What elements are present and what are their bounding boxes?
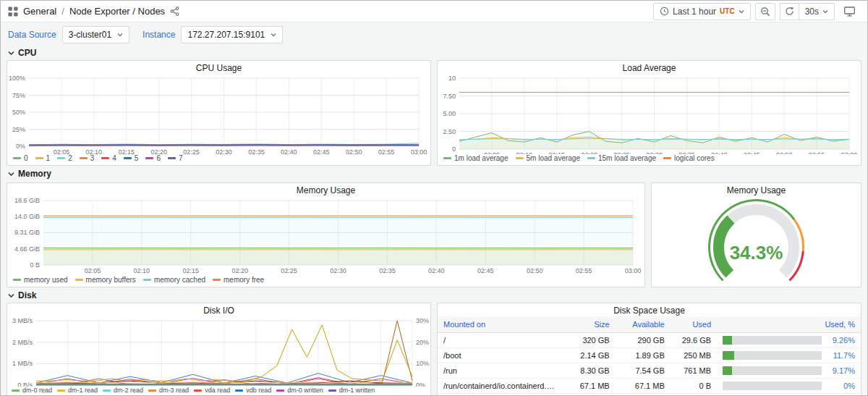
legend-label: dm-0 read [22, 387, 52, 394]
load-average-chart[interactable]: 02:0502:1002:1502:2002:2502:3002:3502:40… [438, 74, 861, 154]
column-header-used[interactable]: Used, % [717, 316, 861, 333]
zoom-out-button[interactable] [755, 3, 775, 20]
column-header-used[interactable]: Used [671, 316, 717, 333]
legend-item-15m-load-average[interactable]: 15m load average [587, 154, 656, 162]
memory-usage-chart[interactable]: 02:0502:1002:1502:2002:2502:3002:3502:40… [7, 196, 644, 276]
legend-item-2[interactable]: 2 [57, 154, 72, 162]
panel-title[interactable]: Memory Usage [652, 183, 861, 196]
memory-usage-gauge[interactable]: 34.3% [652, 196, 861, 287]
legend-item-dm-2-read[interactable]: dm-2 read [103, 387, 143, 394]
section-title: Disk [18, 290, 36, 300]
panel-title[interactable]: Memory Usage [7, 183, 644, 196]
section-header-disk[interactable]: Disk [1, 287, 867, 303]
legend-label: vdb read [246, 387, 271, 394]
legend-color-swatch [12, 389, 20, 392]
usage-bar-track [723, 351, 822, 360]
svg-text:02:45: 02:45 [744, 151, 760, 154]
legend-item-3[interactable]: 3 [80, 154, 95, 162]
legend-item-vdb-read[interactable]: vdb read [235, 387, 271, 394]
breadcrumb-dashboard[interactable]: Node Exporter / Nodes [69, 6, 165, 17]
svg-text:5.00: 5.00 [443, 110, 456, 117]
legend-item-dm-1-written[interactable]: dm-1 written [328, 387, 375, 394]
legend-item-vda-read[interactable]: vda read [194, 387, 230, 394]
cpu-usage-plot[interactable]: 02:0502:1002:1502:2002:2502:3002:3502:40… [7, 74, 430, 154]
panel-load-average: Load Average 02:0502:1002:1502:2002:2502… [437, 60, 861, 166]
breadcrumb-folder[interactable]: General [23, 6, 56, 17]
panel-title[interactable]: Disk I/O [7, 303, 430, 316]
memory-usage-plot[interactable]: 02:0502:1002:1502:2002:2502:3002:3502:40… [7, 196, 644, 275]
legend-color-swatch [168, 157, 176, 159]
legend-item-dm-3-read[interactable]: dm-3 read [148, 387, 189, 394]
datasource-value: 3-cluster01 [69, 30, 111, 40]
panel-title[interactable]: Disk Space Usage [438, 303, 861, 316]
load-average-plot[interactable]: 02:0502:1002:1502:2002:2502:3002:3502:40… [438, 74, 861, 154]
cpu-usage-chart[interactable]: 02:0502:1002:1502:2002:2502:3002:3502:40… [7, 74, 430, 154]
disk-space-table-container[interactable]: Mounted onSizeAvailableUsedUsed, %/320 G… [438, 316, 861, 396]
time-range-picker[interactable]: Last 1 hour UTC [653, 3, 751, 20]
disk-i-o-plot[interactable]: 02:0502:1002:1502:2002:2502:3002:3502:40… [7, 316, 430, 387]
legend-label: 1 [46, 154, 51, 162]
svg-text:02:05: 02:05 [85, 267, 101, 274]
legend-item-dm-0-written[interactable]: dm-0 written [276, 387, 323, 394]
legend-item-dm-0-read[interactable]: dm-0 read [12, 387, 52, 394]
refresh-interval-picker[interactable]: 30s [799, 3, 835, 20]
legend-item-memory-cached[interactable]: memory cached [143, 276, 205, 284]
legend-item-1[interactable]: 1 [35, 154, 51, 162]
mounted-on-cell: /boot [438, 348, 565, 363]
legend-item-logical-cores[interactable]: logical cores [663, 154, 715, 162]
chevron-down-icon [271, 33, 276, 37]
mounted-on-cell: /run/containerd/io.containerd.grpc... [438, 394, 565, 396]
grid-icon[interactable] [8, 7, 18, 17]
svg-text:02:45: 02:45 [313, 148, 330, 154]
share-icon[interactable] [170, 7, 179, 16]
legend-item-dm-1-read[interactable]: dm-1 read [57, 387, 98, 394]
legend-label: memory cached [154, 276, 205, 284]
usage-bar-track [723, 382, 822, 390]
variable-label-instance: Instance [142, 30, 175, 40]
mounted-on-cell: /run/containerd/io.containerd.grpc... [438, 379, 565, 394]
legend-item-6[interactable]: 6 [145, 154, 161, 162]
svg-text:0%: 0% [16, 143, 25, 150]
instance-select[interactable]: 172.27.207.15:9101 [181, 26, 283, 43]
panel-title[interactable]: Load Average [438, 61, 861, 74]
legend-item-0[interactable]: 0 [13, 154, 28, 162]
legend-item-1m-load-average[interactable]: 1m load average [443, 154, 509, 162]
legend-item-4[interactable]: 4 [101, 154, 116, 162]
svg-text:02:55: 02:55 [576, 267, 592, 274]
table-row: /boot2.14 GB1.89 GB250 MB11.7% [438, 348, 861, 363]
section-header-cpu[interactable]: CPU [1, 45, 867, 60]
panel-disk-io: Disk I/O 02:0502:1002:1502:2002:2502:300… [7, 303, 431, 396]
legend-item-5m-load-average[interactable]: 5m load average [516, 154, 581, 162]
legend-label: 15m load average [598, 154, 656, 162]
legend-item-7[interactable]: 7 [168, 154, 183, 162]
legend-color-swatch [57, 157, 65, 159]
column-header-mounted-on[interactable]: Mounted on [438, 316, 565, 333]
section-title: CPU [18, 48, 36, 58]
column-header-size[interactable]: Size [565, 316, 616, 333]
legend-item-5[interactable]: 5 [124, 154, 139, 162]
panel-memory-usage-gauge: Memory Usage 34.3% [651, 182, 861, 287]
svg-text:02:40: 02:40 [281, 148, 297, 154]
section-header-memory[interactable]: Memory [1, 166, 867, 181]
disk-io-chart[interactable]: 02:0502:1002:1502:2002:2502:3002:3502:40… [7, 316, 430, 387]
legend-item-memory-used[interactable]: memory used [13, 276, 68, 284]
used-cell: 761 MB [671, 363, 717, 379]
table-row: /run8.30 GB7.54 GB761 MB9.17% [438, 363, 861, 379]
memory-usage-gauge-plot[interactable]: 34.3% [652, 196, 861, 281]
legend-label: 2 [68, 154, 72, 162]
used-percent-cell: 9.26% [717, 333, 861, 348]
datasource-select[interactable]: 3-cluster01 [62, 26, 129, 43]
svg-text:02:05: 02:05 [54, 148, 70, 154]
column-header-available[interactable]: Available [616, 316, 671, 333]
legend-item-memory-free[interactable]: memory free [213, 276, 264, 284]
refresh-button[interactable] [780, 3, 799, 20]
legend-label: 7 [179, 154, 183, 162]
kiosk-mode-button[interactable] [839, 3, 860, 20]
table-row: /run/containerd/io.containerd.grpc...67.… [438, 394, 861, 396]
svg-text:02:50: 02:50 [346, 148, 362, 154]
legend-label: dm-2 read [114, 387, 143, 394]
legend-item-memory-buffers[interactable]: memory buffers [75, 276, 136, 284]
panel-title[interactable]: CPU Usage [7, 61, 430, 74]
available-cell: 290 GB [616, 333, 671, 348]
top-navbar: General / Node Exporter / Nodes Last 1 h… [1, 1, 867, 22]
